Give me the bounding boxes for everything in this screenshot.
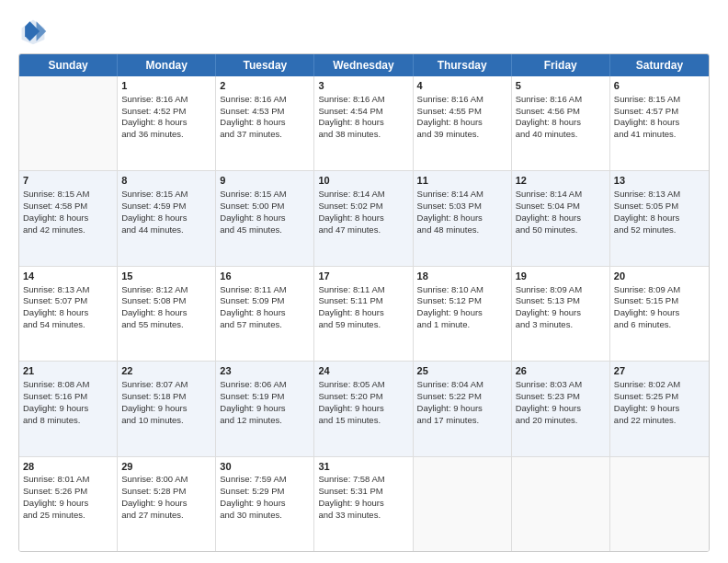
cell-line: Sunrise: 8:08 AM <box>23 379 113 391</box>
cell-line: Sunrise: 8:16 AM <box>516 94 606 106</box>
day-number: 15 <box>121 270 211 283</box>
cal-cell-day-31: 31Sunrise: 7:58 AMSunset: 5:31 PMDayligh… <box>314 457 413 551</box>
cell-line: Sunset: 4:56 PM <box>516 106 606 118</box>
day-number: 12 <box>516 174 606 188</box>
cell-line: Sunrise: 8:01 AM <box>23 474 113 486</box>
cell-line: and 44 minutes. <box>121 224 211 236</box>
cell-line: Daylight: 9 hours <box>614 307 705 319</box>
cell-line: Daylight: 9 hours <box>417 403 507 415</box>
cal-cell-day-10: 10Sunrise: 8:14 AMSunset: 5:02 PMDayligh… <box>314 171 413 265</box>
cell-line: and 3 minutes. <box>516 319 606 331</box>
cell-line: and 50 minutes. <box>516 224 606 236</box>
cell-line: Daylight: 8 hours <box>318 213 408 224</box>
cal-cell-day-7: 7Sunrise: 8:15 AMSunset: 4:58 PMDaylight… <box>19 171 118 265</box>
cell-line: Daylight: 9 hours <box>516 307 606 319</box>
cell-line: and 47 minutes. <box>318 224 408 236</box>
cal-cell-day-24: 24Sunrise: 8:05 AMSunset: 5:20 PMDayligh… <box>314 362 413 455</box>
cell-line: and 25 minutes. <box>23 510 113 522</box>
cal-cell-day-14: 14Sunrise: 8:13 AMSunset: 5:07 PMDayligh… <box>19 267 118 361</box>
cell-line: and 27 minutes. <box>121 510 211 522</box>
day-number: 6 <box>614 79 705 93</box>
cal-cell-day-19: 19Sunrise: 8:09 AMSunset: 5:13 PMDayligh… <box>512 267 610 361</box>
cell-line: Sunset: 5:23 PM <box>516 391 606 403</box>
logo-icon <box>18 17 48 46</box>
cell-line: and 20 minutes. <box>516 415 606 427</box>
cell-line: and 59 minutes. <box>318 319 408 331</box>
cell-line: Sunset: 5:20 PM <box>318 391 408 403</box>
cell-line: Sunrise: 8:16 AM <box>318 94 408 106</box>
cell-line: Daylight: 8 hours <box>121 117 211 129</box>
cell-line: Sunrise: 8:14 AM <box>318 189 408 201</box>
cell-line: Sunset: 5:19 PM <box>220 391 310 403</box>
cal-cell-day-13: 13Sunrise: 8:13 AMSunset: 5:05 PMDayligh… <box>610 171 709 265</box>
cell-line: Daylight: 9 hours <box>121 498 211 510</box>
day-number: 11 <box>417 174 507 188</box>
day-number: 7 <box>23 174 113 188</box>
cell-line: Sunset: 5:22 PM <box>417 391 507 403</box>
cell-line: and 48 minutes. <box>417 224 507 236</box>
cal-cell-day-9: 9Sunrise: 8:15 AMSunset: 5:00 PMDaylight… <box>216 171 314 265</box>
cell-line: and 37 minutes. <box>220 129 310 141</box>
cell-line: Daylight: 9 hours <box>318 403 408 415</box>
logo <box>18 17 50 46</box>
cell-line: Sunrise: 8:16 AM <box>417 94 507 106</box>
day-number: 28 <box>23 460 113 474</box>
cell-line: Daylight: 8 hours <box>516 213 606 224</box>
cell-line: and 30 minutes. <box>220 510 310 522</box>
cell-line: and 41 minutes. <box>614 129 705 141</box>
cal-cell-day-1: 1Sunrise: 8:16 AMSunset: 4:52 PMDaylight… <box>118 76 216 170</box>
day-number: 26 <box>516 364 606 378</box>
cell-line: Sunrise: 8:11 AM <box>318 284 408 296</box>
cell-line: Sunrise: 8:13 AM <box>614 189 705 201</box>
cell-line: Sunset: 5:29 PM <box>220 486 310 498</box>
day-number: 27 <box>614 364 705 378</box>
cell-line: Sunrise: 7:59 AM <box>220 474 310 486</box>
cell-line: Sunset: 4:53 PM <box>220 106 310 118</box>
cell-line: and 45 minutes. <box>220 224 310 236</box>
cell-line: Daylight: 9 hours <box>614 403 705 415</box>
day-number: 4 <box>417 79 507 93</box>
cell-line: Sunset: 4:55 PM <box>417 106 507 118</box>
cell-line: Daylight: 9 hours <box>220 498 310 510</box>
cell-line: Daylight: 8 hours <box>220 307 310 319</box>
cell-line: Sunrise: 8:07 AM <box>121 379 211 391</box>
cell-line: Daylight: 8 hours <box>318 307 408 319</box>
cal-cell-day-21: 21Sunrise: 8:08 AMSunset: 5:16 PMDayligh… <box>19 362 118 455</box>
cell-line: Daylight: 8 hours <box>614 213 705 224</box>
cell-line: Sunrise: 8:16 AM <box>121 94 211 106</box>
cal-cell-day-28: 28Sunrise: 8:01 AMSunset: 5:26 PMDayligh… <box>19 457 118 551</box>
cell-line: and 33 minutes. <box>318 510 408 522</box>
cell-line: Sunrise: 7:58 AM <box>318 474 408 486</box>
cell-line: Daylight: 8 hours <box>220 213 310 224</box>
cell-line: Sunset: 5:04 PM <box>516 201 606 213</box>
cal-cell-day-17: 17Sunrise: 8:11 AMSunset: 5:11 PMDayligh… <box>314 267 413 361</box>
cell-line: Sunset: 5:16 PM <box>23 391 113 403</box>
cell-line: Daylight: 8 hours <box>516 117 606 129</box>
cell-line: Daylight: 9 hours <box>23 403 113 415</box>
day-number: 16 <box>220 270 310 283</box>
cal-cell-day-23: 23Sunrise: 8:06 AMSunset: 5:19 PMDayligh… <box>216 362 314 455</box>
cell-line: Sunset: 5:00 PM <box>220 201 310 213</box>
cell-line: Sunset: 5:15 PM <box>614 295 705 307</box>
cell-line: Sunset: 5:13 PM <box>516 295 606 307</box>
day-number: 8 <box>121 174 211 188</box>
cell-line: Sunrise: 8:15 AM <box>23 189 113 201</box>
cell-line: and 22 minutes. <box>614 415 705 427</box>
cell-line: Sunrise: 8:14 AM <box>516 189 606 201</box>
cell-line: Sunset: 4:58 PM <box>23 201 113 213</box>
cal-cell-day-16: 16Sunrise: 8:11 AMSunset: 5:09 PMDayligh… <box>216 267 314 361</box>
header <box>18 17 710 46</box>
day-number: 20 <box>614 270 705 283</box>
cal-cell-empty <box>19 76 118 170</box>
cell-line: Sunset: 5:11 PM <box>318 295 408 307</box>
day-number: 18 <box>417 270 507 283</box>
day-number: 10 <box>318 174 408 188</box>
cell-line: Sunrise: 8:04 AM <box>417 379 507 391</box>
day-number: 5 <box>516 79 606 93</box>
cell-line: Sunset: 5:26 PM <box>23 486 113 498</box>
page: SundayMondayTuesdayWednesdayThursdayFrid… <box>0 0 728 563</box>
header-day-monday: Monday <box>118 54 216 76</box>
cell-line: Daylight: 8 hours <box>23 213 113 224</box>
cell-line: and 17 minutes. <box>417 415 507 427</box>
cell-line: Sunset: 5:07 PM <box>23 295 113 307</box>
